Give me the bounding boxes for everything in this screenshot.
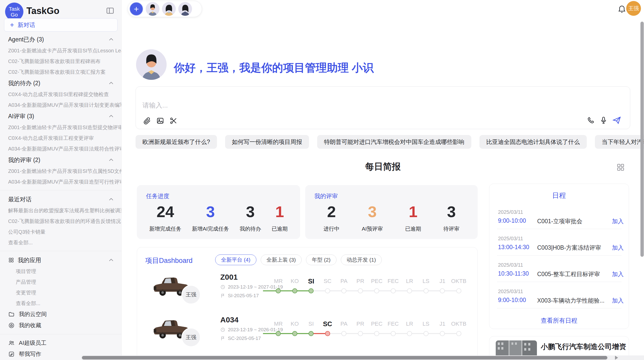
event-join-link[interactable]: 加入: [612, 297, 624, 305]
user-avatar[interactable]: 王强: [626, 1, 641, 16]
agent-avatar-3[interactable]: [178, 2, 192, 16]
dashboard-tab[interactable]: 动总开发 (1): [341, 254, 382, 265]
milestone-dot[interactable]: [292, 288, 297, 293]
divider: [497, 229, 622, 229]
sidebar-item[interactable]: A034-全新新能源MUV产品开发项目法规符合性评审: [0, 143, 122, 154]
milestone-dot[interactable]: [276, 331, 281, 336]
grid-layout-icon[interactable]: [616, 163, 625, 172]
vertical-scrollbar-thumb[interactable]: [640, 22, 644, 257]
milestone-label: LS: [422, 318, 429, 329]
sidebar-collapse-icon[interactable]: [106, 6, 115, 15]
add-agent-button[interactable]: +: [129, 2, 143, 16]
agent-avatar-1[interactable]: [146, 2, 159, 16]
sidebar-item[interactable]: A034-全新新能源MUV产品开发项目计划变更表编写: [0, 100, 122, 110]
milestone-dot[interactable]: [309, 288, 314, 293]
sidebar-row-label: 我的云空间: [19, 310, 47, 318]
chevron-up-icon[interactable]: [108, 196, 114, 203]
scissors-icon[interactable]: [169, 117, 178, 125]
chevron-up-icon[interactable]: [108, 113, 114, 119]
schedule-card: 日程 2025/03/119:00-10:00C001-立项审批会加入2025/…: [489, 184, 629, 329]
mic-icon[interactable]: [599, 116, 608, 124]
recent-chat-item[interactable]: 查看全部...: [0, 237, 122, 248]
project-owner-avatar[interactable]: 王强: [181, 285, 201, 304]
chevron-up-icon[interactable]: [108, 157, 114, 163]
milestone-dot[interactable]: [391, 288, 396, 293]
milestone-dot[interactable]: [456, 288, 461, 293]
app-item[interactable]: 变更管理: [0, 287, 122, 298]
app-item[interactable]: 产品管理: [0, 277, 122, 287]
milestone-dot[interactable]: [374, 331, 379, 336]
sidebar-tool-AI超级员工[interactable]: AI超级员工: [0, 337, 122, 349]
scroll-down-arrow[interactable]: [620, 346, 625, 349]
milestone-dot[interactable]: [309, 331, 314, 336]
briefing-card-title: 任务进度: [146, 192, 169, 200]
sidebar-item[interactable]: A034-全新新能源MUV产品开发项目造型可行性评审: [0, 176, 122, 187]
sidebar-item[interactable]: C02-飞腾新能源轻客改款项目里程碑画布: [0, 56, 122, 67]
milestone-dot[interactable]: [440, 288, 445, 293]
scroll-right-arrow[interactable]: [615, 356, 618, 360]
sidebar-item[interactable]: C0X4-动力总成开发项目工程变更评审: [0, 133, 122, 143]
notification-bell-icon[interactable]: [617, 4, 626, 13]
milestone-dot[interactable]: [341, 288, 346, 293]
event-join-link[interactable]: 加入: [612, 270, 624, 278]
recent-chat-item[interactable]: 解释最新出台的欧盟报废车法规再生塑料比例被调至15%...: [0, 205, 122, 216]
milestone-dot[interactable]: [407, 288, 412, 293]
horizontal-scrollbar-thumb[interactable]: [82, 356, 607, 359]
milestone-dot[interactable]: [325, 331, 330, 336]
suggestion-chip[interactable]: 特朗普可能对进口汽车增税会对中国车企造成哪些影响: [317, 135, 471, 149]
milestone-dot[interactable]: [407, 331, 412, 336]
recent-chat-item[interactable]: 公司Q3轻卡销量: [0, 227, 122, 237]
dashboard-tab[interactable]: 全新上装 (3): [261, 254, 302, 265]
sidebar-item-我的收藏[interactable]: 我的收藏: [0, 320, 122, 331]
dashboard-tab[interactable]: 全新平台 (4): [215, 254, 256, 265]
milestone: SI: [303, 276, 319, 299]
chevron-up-icon[interactable]: [108, 257, 114, 263]
sidebar-item[interactable]: Z001-全新燃油轻卡产品开发项目SI节点属性5D文件评审: [0, 166, 122, 176]
milestone-dot[interactable]: [456, 331, 461, 336]
project-flag-text: SI-2025-05-17: [228, 293, 259, 298]
milestone-dot[interactable]: [358, 288, 363, 293]
suggestion-chip[interactable]: 欧洲新规最近颁布了什么?: [136, 135, 217, 149]
milestone-dot[interactable]: [423, 288, 429, 293]
event-join-link[interactable]: 加入: [612, 244, 624, 252]
chevron-up-icon[interactable]: [108, 36, 114, 43]
milestone-dot[interactable]: [358, 331, 363, 336]
agent-avatar-2[interactable]: [162, 2, 176, 16]
chat-input[interactable]: [142, 101, 549, 115]
send-icon[interactable]: [612, 116, 621, 125]
folder-icon: [8, 311, 15, 318]
chevron-up-icon[interactable]: [108, 80, 114, 86]
news-title: 小鹏飞行汽车制造公司增资: [541, 342, 626, 352]
milestone-dot[interactable]: [276, 288, 281, 293]
app-item[interactable]: 项目管理: [0, 266, 122, 277]
milestone-dot[interactable]: [292, 331, 297, 336]
project-owner-avatar[interactable]: 王强: [181, 328, 201, 347]
image-icon[interactable]: [156, 117, 164, 125]
sidebar-item[interactable]: Z001-全新燃油轻卡产品开发项目SI造型提交物评审: [0, 122, 122, 133]
app-item[interactable]: 查看全部...: [0, 298, 122, 309]
suggestion-chip[interactable]: 当下年轻人对汽车外观有怎样的喜好趋势: [595, 135, 644, 149]
stat-value: 3: [447, 204, 456, 220]
recent-chat-item[interactable]: C02-飞腾新能源轻客改款项目的闭环通告反馈情况: [0, 216, 122, 227]
view-all-schedule-link[interactable]: 查看所有日程: [489, 317, 629, 325]
attachment-icon[interactable]: [143, 117, 151, 125]
sidebar-item[interactable]: Z001-全新燃油皮卡产品开发项目SI节点Lesson Learn报告: [0, 45, 122, 56]
stat-value: 3: [246, 204, 255, 220]
suggestion-chip[interactable]: 如何写一份清晰的项目周报: [225, 135, 309, 149]
horizontal-scrollbar[interactable]: [81, 355, 644, 360]
milestone-dot[interactable]: [423, 331, 429, 336]
new-chat-button[interactable]: + 新对话: [4, 18, 118, 32]
sidebar-item-我的云空间[interactable]: 我的云空间: [0, 309, 122, 320]
milestone-dot[interactable]: [440, 331, 445, 336]
suggestion-chip[interactable]: 比亚迪全固态电池计划具体说了什么: [479, 135, 587, 149]
milestone-dot[interactable]: [341, 331, 346, 336]
phone-icon[interactable]: [587, 116, 595, 124]
milestone-dot[interactable]: [374, 288, 379, 293]
plus-icon: +: [10, 21, 14, 28]
milestone-dot[interactable]: [391, 331, 396, 336]
sidebar-item[interactable]: C0X4-动力总成开发项目SI里程碑提交物检查: [0, 89, 122, 100]
milestone-dot[interactable]: [325, 288, 330, 293]
sidebar-item[interactable]: C02-飞腾新能源轻客改款项目立项汇报方案: [0, 67, 122, 77]
event-join-link[interactable]: 加入: [612, 217, 624, 225]
dashboard-tab[interactable]: 年型 (2): [306, 254, 336, 265]
